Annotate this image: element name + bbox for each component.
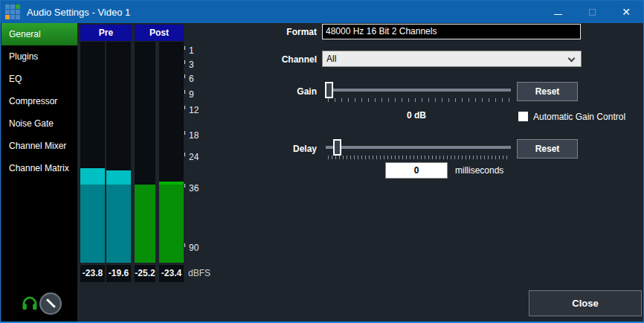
gain-label: Gain xyxy=(246,86,317,97)
meter-scale-label: 6 xyxy=(189,74,194,84)
post-meter-level-bar xyxy=(135,185,155,263)
post-meter-channel-1 xyxy=(135,42,155,263)
sidebar-item-compressor[interactable]: Compressor xyxy=(1,90,77,112)
delay-label: Delay xyxy=(246,144,317,154)
close-button-icon[interactable]: ✕ xyxy=(609,1,643,23)
delay-slider-ticks xyxy=(328,156,509,159)
sidebar-item-channel-mixer[interactable]: Channel Mixer xyxy=(1,135,77,157)
channel-label: Channel xyxy=(246,54,317,65)
sidebar-item-channel-matrix[interactable]: Channel Matrix xyxy=(1,157,77,179)
app-logo-icon xyxy=(5,4,20,19)
automatic-gain-control-checkbox[interactable] xyxy=(518,112,528,121)
gain-value-label: 0 dB xyxy=(322,110,511,121)
meter-scale-label: 9 xyxy=(189,89,194,100)
meter-scale-label: 18 xyxy=(189,130,199,141)
post-meter-reading-1: -25.2 xyxy=(135,265,155,282)
delay-slider-thumb[interactable] xyxy=(333,139,341,156)
window-title: Audio Settings - Video 1 xyxy=(27,7,130,18)
channel-selected-value: All xyxy=(326,54,336,64)
knob-indicator xyxy=(46,298,56,308)
delay-slider-track[interactable] xyxy=(326,146,511,149)
post-meter-reading-2: -23.4 xyxy=(159,265,184,282)
gain-reset-button[interactable]: Reset xyxy=(517,82,578,101)
pre-meter-header: Pre xyxy=(80,25,132,41)
pre-meter-reading-2: -19.6 xyxy=(106,265,131,282)
pre-meter-peak-bar xyxy=(80,168,105,185)
headphones-volume-knob[interactable] xyxy=(39,292,62,315)
pre-meter-channel-2 xyxy=(106,42,131,263)
delay-reset-button[interactable]: Reset xyxy=(517,139,578,159)
pre-meter-level-bar xyxy=(80,185,105,263)
pre-meter-level-bar xyxy=(106,185,131,263)
sidebar-item-general[interactable]: General xyxy=(1,23,77,45)
automatic-gain-control-label: Automatic Gain Control xyxy=(533,112,625,122)
gain-slider-ticks xyxy=(328,98,510,102)
meter-scale-label: 1 xyxy=(189,45,194,56)
minimize-button-icon[interactable] xyxy=(541,1,575,23)
meter-scale-label: 3 xyxy=(189,60,194,70)
close-button[interactable]: Close xyxy=(529,290,642,316)
pre-meter-channel-1 xyxy=(80,42,105,263)
delay-unit-label: milliseconds xyxy=(455,165,503,176)
channel-select[interactable]: All xyxy=(322,51,582,67)
post-meter-channel-2 xyxy=(159,42,184,263)
meter-scale-label: 24 xyxy=(189,152,199,162)
sidebar-item-noise-gate[interactable]: Noise Gate xyxy=(1,112,77,135)
meter-unit-label: dBFS xyxy=(188,268,210,278)
maximize-button-icon[interactable] xyxy=(575,1,609,23)
delay-milliseconds-input[interactable]: 0 xyxy=(385,162,448,179)
meter-scale-label: 12 xyxy=(189,105,199,115)
chevron-down-icon xyxy=(568,55,576,63)
sidebar: General Plugins EQ Compressor Noise Gate… xyxy=(1,23,77,322)
post-meter-level-bar xyxy=(159,185,184,263)
sidebar-item-plugins[interactable]: Plugins xyxy=(1,45,77,68)
format-field: 48000 Hz 16 Bit 2 Channels xyxy=(322,24,581,39)
audio-settings-window: Audio Settings - Video 1 ✕ General Plugi… xyxy=(0,0,644,323)
pre-meter-peak-bar xyxy=(106,170,131,185)
sidebar-item-eq[interactable]: EQ xyxy=(1,68,77,90)
headphones-icon[interactable] xyxy=(22,296,38,311)
meter-scale-label: 36 xyxy=(189,183,199,194)
pre-meter-reading-1: -23.8 xyxy=(80,265,105,282)
format-label: Format xyxy=(246,27,317,37)
titlebar: Audio Settings - Video 1 ✕ xyxy=(1,1,643,23)
post-meter-header: Post xyxy=(135,25,184,41)
gain-slider-thumb[interactable] xyxy=(325,82,333,98)
gain-slider-track[interactable] xyxy=(326,89,511,92)
meter-scale-label: 90 xyxy=(189,243,199,253)
